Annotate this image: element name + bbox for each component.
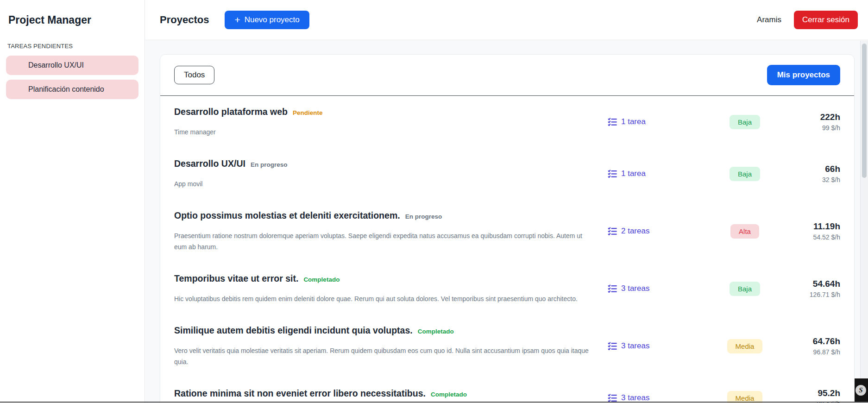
priority-cell: Baja (706, 282, 784, 296)
project-title: Desarrollo plataforma web (174, 106, 288, 117)
app-title: Project Manager (6, 14, 138, 26)
task-list-icon (608, 341, 617, 351)
project-description: Praesentium ratione nostrum doloremque a… (174, 230, 594, 252)
task-count-label: 2 tareas (621, 227, 649, 236)
priority-cell: Alta (706, 224, 784, 239)
main-content: Todos Mis proyectos Desarrollo plataform… (145, 41, 868, 403)
project-description: App movil (174, 178, 594, 189)
project-row[interactable]: Temporibus vitae ut error sit. Completad… (174, 263, 840, 315)
task-list-icon (608, 227, 617, 236)
task-count[interactable]: 2 tareas (608, 227, 706, 236)
project-hours: 64.76h (784, 336, 840, 346)
task-list-icon (608, 284, 617, 293)
task-count-label: 1 tarea (621, 169, 646, 178)
priority-badge: Baja (730, 167, 760, 181)
new-project-button[interactable]: + Nuevo proyecto (225, 11, 309, 29)
project-title: Optio possimus molestias et deleniti exe… (174, 210, 400, 221)
hours-cell: 54.64h 126.71 $/h (784, 279, 840, 298)
projects-card: Todos Mis proyectos Desarrollo plataform… (160, 54, 855, 403)
project-title: Similique autem debitis eligendi incidun… (174, 325, 413, 336)
hours-cell: 64.76h 96.87 $/h (784, 336, 840, 356)
task-list-icon (608, 169, 617, 178)
task-count-label: 1 tarea (621, 117, 646, 126)
project-title: Temporibus vitae ut error sit. (174, 273, 298, 284)
overlay-extension-badge[interactable]: S (855, 378, 868, 402)
task-count[interactable]: 3 tareas (608, 341, 706, 351)
project-row-main: Optio possimus molestias et deleniti exe… (174, 210, 608, 252)
project-hours: 11.19h (784, 221, 840, 232)
user-name: Aramis (757, 15, 781, 25)
priority-badge: Baja (730, 115, 760, 129)
project-status: Completado (303, 276, 340, 283)
hours-cell: 11.19h 54.52 $/h (784, 221, 840, 241)
filter-all-button[interactable]: Todos (174, 66, 214, 84)
project-row[interactable]: Desarrollo plataforma web Pendiente Time… (174, 96, 840, 148)
project-title: Ratione minima sit non eveniet error lib… (174, 388, 426, 399)
priority-badge: Media (727, 339, 763, 353)
project-description: Hic voluptatibus debitis rem quidem enim… (174, 293, 594, 304)
project-hours: 66h (784, 164, 840, 174)
project-status: Completado (431, 391, 467, 398)
scrollbar[interactable] (860, 41, 868, 403)
sidebar-item-desarrollo-uxui[interactable]: Desarrollo UX/UI (6, 56, 138, 75)
project-hours: 54.64h (784, 279, 840, 289)
project-row-main: Ratione minima sit non eveniet error lib… (174, 388, 608, 403)
project-hours: 222h (784, 112, 840, 122)
priority-badge: Alta (730, 224, 759, 239)
task-count[interactable]: 1 tarea (608, 117, 706, 126)
project-rate: 96.87 $/h (784, 348, 840, 356)
project-row-main: Temporibus vitae ut error sit. Completad… (174, 273, 608, 304)
scrollbar-thumb[interactable] (862, 44, 867, 178)
hours-cell: 222h 99 $/h (784, 112, 840, 132)
my-projects-button[interactable]: Mis proyectos (767, 65, 840, 85)
project-rate: 99 $/h (784, 124, 840, 132)
task-count[interactable]: 3 tareas (608, 393, 706, 403)
project-description: Vero velit veritatis quia molestiae veri… (174, 345, 594, 367)
plus-icon: + (234, 17, 240, 23)
new-project-label: Nuevo proyecto (245, 15, 300, 25)
sidebar-item-planificacion-contenido[interactable]: Planificación contenido (6, 80, 138, 99)
page-title: Proyectos (160, 14, 209, 26)
window-bottom-edge (0, 402, 868, 403)
priority-cell: Baja (706, 115, 784, 129)
s-badge-icon: S (855, 385, 866, 396)
project-list: Desarrollo plataforma web Pendiente Time… (160, 96, 854, 403)
project-status: En progreso (251, 161, 288, 168)
filter-row: Todos Mis proyectos (160, 55, 854, 96)
project-row-main: Similique autem debitis eligendi incidun… (174, 325, 608, 367)
project-row[interactable]: Ratione minima sit non eveniet error lib… (174, 378, 840, 403)
priority-cell: Baja (706, 167, 784, 181)
project-rate: 126.71 $/h (784, 291, 840, 298)
project-row-main: Desarrollo UX/UI En progreso App movil (174, 158, 608, 189)
task-count-label: 3 tareas (621, 341, 649, 351)
task-count[interactable]: 1 tarea (608, 169, 706, 178)
topbar: Proyectos + Nuevo proyecto Aramis Cerrar… (145, 0, 868, 40)
task-count-label: 3 tareas (621, 393, 649, 403)
project-row[interactable]: Similique autem debitis eligendi incidun… (174, 315, 840, 378)
hours-cell: 95.2h 98.4 $/h (784, 388, 840, 403)
project-rate: 54.52 $/h (784, 233, 840, 241)
project-status: En progreso (405, 213, 442, 220)
sidebar-section-label: TAREAS PENDIENTES (6, 43, 138, 50)
project-rate: 32 $/h (784, 176, 840, 183)
task-count[interactable]: 3 tareas (608, 284, 706, 293)
project-hours: 95.2h (784, 388, 840, 398)
project-title: Desarrollo UX/UI (174, 158, 245, 169)
priority-badge: Baja (730, 282, 760, 296)
project-description: Time manager (174, 126, 594, 138)
logout-button[interactable]: Cerrar sesión (794, 11, 858, 29)
project-row-main: Desarrollo plataforma web Pendiente Time… (174, 106, 608, 138)
hours-cell: 66h 32 $/h (784, 164, 840, 183)
task-list-icon (608, 117, 617, 126)
priority-cell: Media (706, 339, 784, 353)
project-row[interactable]: Optio possimus molestias et deleniti exe… (174, 200, 840, 263)
sidebar: Project Manager TAREAS PENDIENTES Desarr… (0, 0, 145, 403)
project-status: Pendiente (293, 109, 323, 116)
project-status: Completado (418, 328, 454, 335)
task-list-icon (608, 393, 617, 403)
project-row[interactable]: Desarrollo UX/UI En progreso App movil 1… (174, 148, 840, 200)
task-count-label: 3 tareas (621, 284, 649, 293)
